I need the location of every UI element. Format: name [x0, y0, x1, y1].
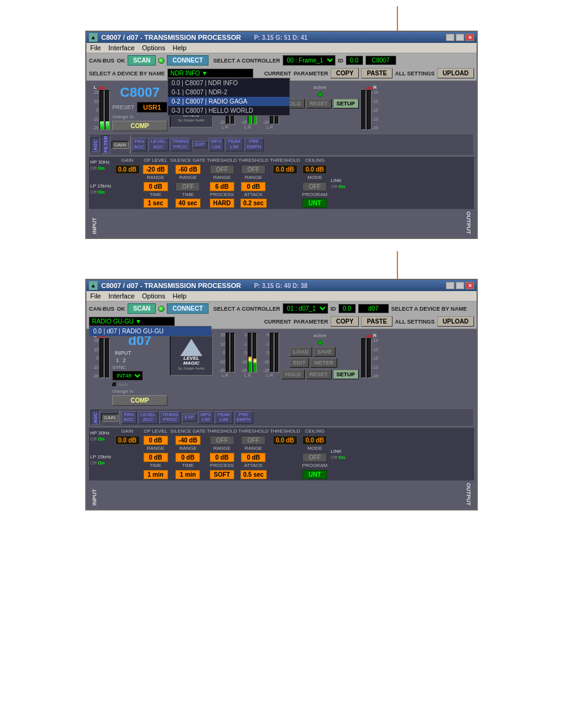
device-dropdown-1[interactable]: NDR INFO ▼ 0.0 | C8007 | NDR INFO 0-1 | … — [167, 69, 253, 78]
mpx-lim-btn-1[interactable]: MPXLIM — [209, 138, 224, 151]
scan-button-1[interactable]: SCAN — [128, 55, 156, 66]
load-button-2[interactable]: LOAD — [289, 347, 313, 357]
silence-gate-col-1: SILENCE GATE -60 dB RANGE OFF TIME 40 se… — [170, 158, 206, 208]
device-select-value-1[interactable]: NDR INFO ▼ — [167, 69, 253, 78]
paste-button-2[interactable]: PASTE — [361, 316, 393, 327]
dropdown-item-0-3[interactable]: 0-3 | C8007 | HELLO WORLD — [168, 106, 289, 115]
maximize-btn-2[interactable]: □ — [456, 282, 464, 289]
meter-button-2[interactable]: METER — [310, 358, 337, 368]
pan-agc-btn-1[interactable]: PANAGC — [132, 138, 147, 151]
trans-proc-btn-1[interactable]: TRANSPROC — [170, 138, 191, 151]
processor-body-2: L Lim 20100-10-20 d07 — [86, 329, 477, 509]
level-agc-btn-1[interactable]: LEVELAGC — [148, 138, 169, 151]
minimize-btn-2[interactable]: _ — [446, 282, 454, 289]
peak-lim-btn-1[interactable]: PEAKLIM — [225, 138, 243, 151]
preset-label-1: PRESET — [112, 104, 134, 110]
hp-label-2: HP 30Hz — [90, 430, 110, 436]
menu-help-1[interactable]: Help — [172, 44, 186, 51]
op-level-col-1: OP LEVEL -20 dB RANGE 0 dB TIME 1 sec — [142, 158, 169, 208]
pan-agc-btn-2[interactable]: PANAGC — [121, 411, 137, 425]
active-dot-1 — [318, 92, 323, 97]
mode-value-1: OFF — [302, 182, 327, 191]
save-button-2[interactable]: SAVE — [313, 347, 335, 357]
copy-button-1[interactable]: COPY — [331, 68, 359, 78]
close-btn[interactable]: ✕ — [465, 34, 474, 41]
controls-bar-1: AGC FILTER GAIN PANAGC LEVELAGC TRANSPRO… — [89, 134, 474, 156]
io-labels-2: INPUT OUTPUT — [89, 482, 474, 507]
comp-button-2[interactable]: COMP — [112, 395, 167, 406]
menu-file-2[interactable]: File — [90, 292, 101, 300]
level-agc-btn-2[interactable]: LEVELAGC — [138, 411, 158, 425]
setup-button-1[interactable]: SETUP — [333, 99, 359, 108]
current-label-1: CURRENT — [264, 70, 291, 77]
filter-btn-1[interactable]: FILTER — [101, 135, 110, 154]
dropdown-item-0-1[interactable]: 0-1 | C8007 | NDR-2 — [168, 88, 289, 97]
attack-value-2: 0.5 sec — [240, 470, 267, 479]
agc-btn-2[interactable]: AGC — [91, 410, 100, 425]
threshold-label-1: THRESHOLD — [207, 158, 237, 164]
hold-button-2[interactable]: HOLD — [282, 370, 305, 379]
ceiling-value-1: 0.0 dB — [302, 165, 327, 174]
preset-value-1: USR1 — [137, 102, 167, 113]
setup-button-2[interactable]: SETUP — [333, 370, 359, 379]
ceiling-value-2: 0.0 dB — [302, 436, 327, 445]
reset-button-2[interactable]: RESET — [306, 370, 332, 379]
time2-value-1: 40 sec — [175, 199, 201, 208]
upload-button-2[interactable]: UPLOAD — [437, 316, 474, 327]
app-icon: ▲ — [89, 33, 98, 42]
dropdown-item-0-0[interactable]: 0.0 | C8007 | NDR INFO — [168, 78, 289, 88]
left-meter-bar-l-1 — [99, 90, 104, 130]
left-meter-area-2: L Lim 20100-10-20 — [89, 333, 110, 378]
mpx-lim-btn-2[interactable]: MPXLIM — [198, 411, 213, 425]
gain-btn-1[interactable]: GAIN — [112, 141, 129, 149]
dropdown-item2-0-0[interactable]: 0.0 | d07 | RADIO GU-GU — [90, 327, 211, 336]
ok-label: OK — [117, 58, 126, 64]
threshold-value-1: OFF — [210, 165, 234, 174]
reset-button-1[interactable]: RESET — [306, 99, 332, 108]
lim-label-right-1: Lim — [365, 86, 372, 90]
edit-button-2[interactable]: EDIT — [289, 358, 310, 368]
menu-interface-1[interactable]: Interface — [109, 44, 135, 51]
attack-value-1: 0.2 sec — [240, 199, 267, 208]
device-dropdown-2[interactable]: RADIO GU-GU ▼ 0.0 | d07 | RADIO GU-GU — [89, 317, 175, 326]
paste-button-1[interactable]: PASTE — [361, 68, 393, 78]
exp-btn-1[interactable]: EXP — [193, 141, 207, 149]
menu-options-1[interactable]: Options — [142, 44, 166, 51]
close-btn-2[interactable]: ✕ — [465, 282, 474, 289]
comp-button-1[interactable]: COMP — [112, 121, 167, 131]
active-label-2: active — [313, 333, 326, 338]
upload-button-1[interactable]: UPLOAD — [437, 68, 474, 78]
trans-proc-btn-2[interactable]: TRANSPROC — [159, 411, 181, 425]
peak-lim-btn-2[interactable]: PEAKLIM — [215, 411, 232, 425]
range1-value-2: 0 dB — [144, 453, 168, 462]
silence-gate-value-1: -60 dB — [175, 165, 201, 174]
connect-button-2[interactable]: CONNECT — [167, 303, 208, 314]
lock-label-2: lock — [119, 382, 128, 387]
menu-help-2[interactable]: Help — [172, 292, 186, 300]
menu-interface-2[interactable]: Interface — [109, 292, 135, 300]
menu-file-1[interactable]: File — [90, 44, 101, 51]
all-settings-label-1: ALL SETTINGS — [395, 70, 435, 77]
controller-select-1[interactable]: 00 : Frame_1 — [283, 55, 335, 66]
connect-button-1[interactable]: CONNECT — [167, 55, 208, 66]
pre-emph-btn-2[interactable]: PREEMPH — [234, 411, 253, 425]
exp-btn-2[interactable]: EXP — [182, 414, 197, 422]
gain-col-2: GAIN 0.0 dB — [114, 429, 141, 479]
op-level-value-2: 0 dB — [144, 436, 168, 445]
maximize-btn[interactable]: □ — [456, 34, 464, 41]
pre-emph-btn-1[interactable]: PREEMPH — [245, 138, 264, 151]
sync-select-2[interactable]: INT48 — [112, 371, 143, 381]
scan-button-2[interactable]: SCAN — [128, 303, 156, 314]
device-select-value-2[interactable]: RADIO GU-GU ▼ — [89, 317, 175, 326]
copy-button-2[interactable]: COPY — [331, 316, 359, 327]
process-label-1: PROCESS — [210, 192, 234, 198]
controller-select-2[interactable]: 01 : d07_1 — [283, 303, 328, 314]
minimize-btn[interactable]: _ — [446, 34, 454, 41]
dropdown-item-0-2[interactable]: 0-2 | C8007 | RADIO GAGA — [168, 97, 289, 106]
gain-btn-2[interactable]: GAIN — [101, 414, 118, 422]
sync-label-2: SYNC — [112, 365, 167, 370]
type-value-2: d07 — [358, 304, 389, 313]
hp-label-1: HP 30Hz — [90, 159, 110, 165]
agc-btn-1[interactable]: AGC — [91, 137, 100, 152]
menu-options-2[interactable]: Options — [142, 292, 166, 300]
